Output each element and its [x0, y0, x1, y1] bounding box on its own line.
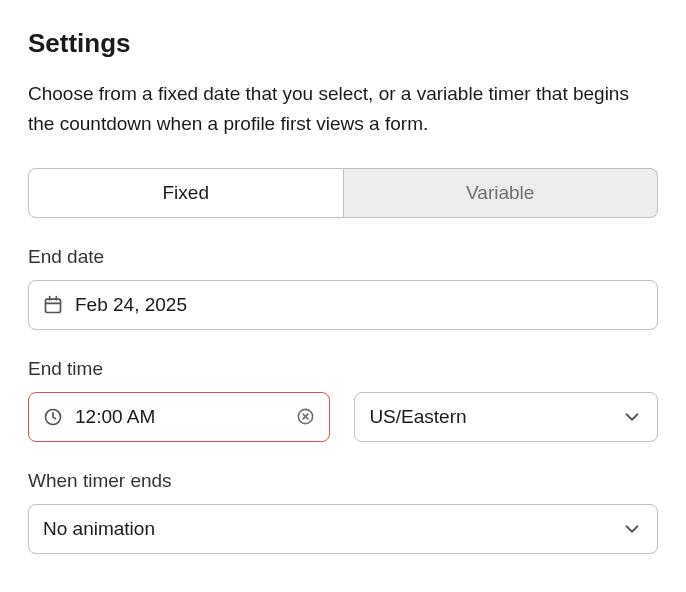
segmented-fixed-label: Fixed — [163, 182, 209, 204]
end-date-input[interactable]: Feb 24, 2025 — [28, 280, 658, 330]
timer-type-segmented: Fixed Variable — [28, 168, 658, 218]
settings-description: Choose from a fixed date that you select… — [28, 79, 658, 140]
end-time-label: End time — [28, 358, 658, 380]
timezone-value: US/Eastern — [369, 406, 466, 428]
segmented-variable-label: Variable — [466, 182, 534, 204]
end-time-value: 12:00 AM — [75, 406, 155, 428]
chevron-down-icon — [621, 406, 643, 428]
segmented-fixed[interactable]: Fixed — [28, 168, 344, 218]
timezone-select[interactable]: US/Eastern — [354, 392, 658, 442]
when-timer-ends-select[interactable]: No animation — [28, 504, 658, 554]
when-timer-ends-value: No animation — [43, 518, 155, 540]
end-date-label: End date — [28, 246, 658, 268]
svg-rect-0 — [46, 299, 61, 312]
chevron-down-icon — [621, 518, 643, 540]
when-timer-ends-label: When timer ends — [28, 470, 658, 492]
end-date-value: Feb 24, 2025 — [75, 294, 187, 316]
page-title: Settings — [28, 28, 658, 59]
clear-time-icon[interactable] — [296, 407, 315, 426]
calendar-icon — [43, 295, 63, 315]
end-time-input[interactable]: 12:00 AM — [28, 392, 330, 442]
clock-icon — [43, 407, 63, 427]
segmented-variable[interactable]: Variable — [344, 168, 659, 218]
